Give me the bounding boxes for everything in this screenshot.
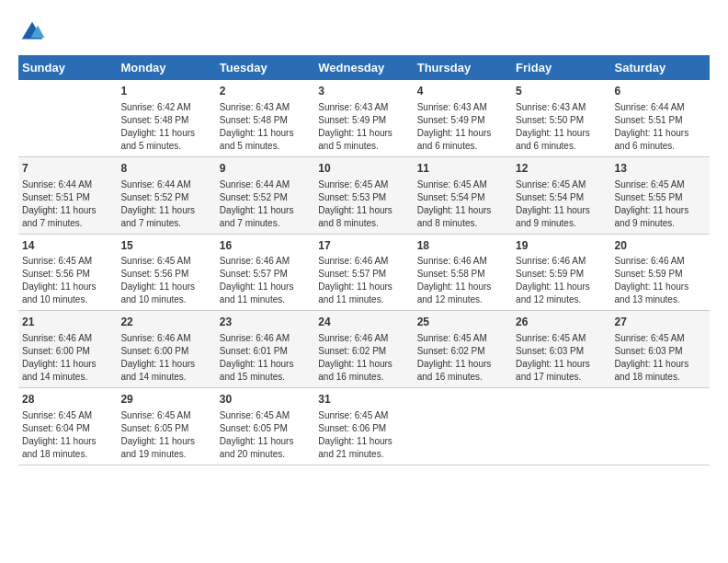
day-number: 26	[516, 315, 607, 330]
day-number: 22	[120, 315, 211, 330]
week-row-2: 7Sunrise: 6:44 AMSunset: 5:51 PMDaylight…	[18, 156, 710, 234]
cell-line: Sunset: 5:49 PM	[417, 114, 508, 127]
cell-line: and 14 minutes.	[22, 371, 113, 384]
cell-line: Sunset: 6:04 PM	[22, 422, 113, 435]
cell-line: and 20 minutes.	[220, 448, 311, 461]
cell-w5-d2: 29Sunrise: 6:45 AMSunset: 6:05 PMDayligh…	[117, 388, 215, 465]
cell-w4-d5: 25Sunrise: 6:45 AMSunset: 6:02 PMDayligh…	[414, 311, 512, 388]
cell-line: Sunset: 5:48 PM	[220, 114, 311, 127]
col-header-saturday: Saturday	[611, 55, 710, 80]
cell-line: Sunset: 5:52 PM	[220, 191, 311, 204]
cell-w4-d1: 21Sunrise: 6:46 AMSunset: 6:00 PMDayligh…	[18, 311, 117, 388]
cell-line: Sunset: 5:49 PM	[318, 114, 409, 127]
day-number: 29	[120, 392, 211, 408]
cell-line: Sunset: 5:51 PM	[22, 191, 113, 204]
cell-line: Sunset: 5:57 PM	[220, 268, 311, 281]
cell-line: and 16 minutes.	[417, 371, 508, 384]
cell-line: Daylight: 11 hours	[318, 127, 409, 140]
cell-line: and 8 minutes.	[417, 217, 508, 230]
cell-line: Sunset: 5:56 PM	[120, 268, 211, 281]
cell-line: Sunrise: 6:45 AM	[22, 255, 113, 268]
cell-line: Sunrise: 6:46 AM	[120, 332, 211, 345]
day-number: 3	[318, 84, 409, 99]
cell-line: Sunrise: 6:45 AM	[615, 332, 706, 345]
cell-line: Sunset: 6:03 PM	[516, 345, 607, 358]
cell-line: and 10 minutes.	[120, 293, 211, 306]
cell-line: Sunrise: 6:42 AM	[120, 101, 211, 114]
cell-line: Sunrise: 6:45 AM	[417, 332, 508, 345]
cell-w2-d4: 10Sunrise: 6:45 AMSunset: 5:53 PMDayligh…	[314, 156, 413, 234]
cell-line: Daylight: 11 hours	[220, 435, 311, 448]
cell-line: Daylight: 11 hours	[120, 127, 211, 140]
cell-line: and 21 minutes.	[318, 448, 409, 461]
cell-line: Sunset: 6:06 PM	[318, 422, 409, 435]
day-number: 25	[417, 315, 508, 330]
cell-line: Daylight: 11 hours	[318, 358, 409, 371]
cell-line: and 5 minutes.	[318, 140, 409, 153]
cell-w1-d3: 2Sunrise: 6:43 AMSunset: 5:48 PMDaylight…	[216, 80, 314, 156]
day-number: 28	[22, 392, 113, 408]
day-number: 6	[615, 84, 706, 99]
day-number: 10	[318, 161, 409, 177]
cell-w3-d1: 14Sunrise: 6:45 AMSunset: 5:56 PMDayligh…	[18, 234, 117, 311]
cell-line: Daylight: 11 hours	[22, 358, 113, 371]
cell-w5-d4: 31Sunrise: 6:45 AMSunset: 6:06 PMDayligh…	[314, 388, 413, 465]
day-number: 27	[615, 315, 706, 330]
cell-w1-d2: 1Sunrise: 6:42 AMSunset: 5:48 PMDaylight…	[117, 80, 215, 156]
cell-line: Sunrise: 6:43 AM	[220, 101, 311, 114]
cell-line: Sunrise: 6:43 AM	[318, 101, 409, 114]
cell-line: Sunrise: 6:46 AM	[318, 255, 409, 268]
week-row-4: 21Sunrise: 6:46 AMSunset: 6:00 PMDayligh…	[18, 311, 710, 388]
cell-line: Sunrise: 6:45 AM	[120, 255, 211, 268]
page-header	[18, 18, 710, 46]
logo-icon	[18, 18, 46, 46]
day-number: 13	[615, 161, 706, 177]
cell-line: Sunrise: 6:45 AM	[516, 178, 607, 191]
cell-line: Daylight: 11 hours	[417, 281, 508, 293]
cell-w2-d2: 8Sunrise: 6:44 AMSunset: 5:52 PMDaylight…	[117, 156, 215, 234]
day-number: 23	[220, 315, 311, 330]
cell-line: Daylight: 11 hours	[615, 281, 706, 293]
cell-line: Daylight: 11 hours	[615, 127, 706, 140]
cell-w3-d3: 16Sunrise: 6:46 AMSunset: 5:57 PMDayligh…	[216, 234, 314, 311]
day-number: 15	[120, 238, 211, 254]
cell-line: Sunrise: 6:43 AM	[417, 101, 508, 114]
cell-line: Daylight: 11 hours	[318, 281, 409, 293]
cell-line: Sunrise: 6:45 AM	[615, 178, 706, 191]
cell-line: Sunset: 5:59 PM	[615, 268, 706, 281]
cell-w2-d5: 11Sunrise: 6:45 AMSunset: 5:54 PMDayligh…	[414, 156, 512, 234]
day-number: 30	[220, 392, 311, 408]
cell-line: and 5 minutes.	[220, 140, 311, 153]
col-header-sunday: Sunday	[18, 55, 117, 80]
day-number: 16	[220, 238, 311, 254]
cell-w1-d7: 6Sunrise: 6:44 AMSunset: 5:51 PMDaylight…	[611, 80, 710, 156]
cell-line: and 19 minutes.	[120, 448, 211, 461]
cell-line: Daylight: 11 hours	[417, 358, 508, 371]
cell-line: Daylight: 11 hours	[516, 281, 607, 293]
cell-line: Sunrise: 6:46 AM	[220, 332, 311, 345]
day-number: 5	[516, 84, 607, 99]
cell-w2-d7: 13Sunrise: 6:45 AMSunset: 5:55 PMDayligh…	[611, 156, 710, 234]
cell-w3-d6: 19Sunrise: 6:46 AMSunset: 5:59 PMDayligh…	[512, 234, 610, 311]
day-number: 20	[615, 238, 706, 254]
day-number: 2	[220, 84, 311, 99]
cell-line: Sunset: 5:51 PM	[615, 114, 706, 127]
cell-w4-d2: 22Sunrise: 6:46 AMSunset: 6:00 PMDayligh…	[117, 311, 215, 388]
cell-w3-d2: 15Sunrise: 6:45 AMSunset: 5:56 PMDayligh…	[117, 234, 215, 311]
cell-line: Sunrise: 6:46 AM	[220, 255, 311, 268]
cell-w4-d4: 24Sunrise: 6:46 AMSunset: 6:02 PMDayligh…	[314, 311, 413, 388]
cell-line: Sunset: 5:53 PM	[318, 191, 409, 204]
cell-line: and 7 minutes.	[220, 217, 311, 230]
cell-line: and 12 minutes.	[516, 293, 607, 306]
col-header-thursday: Thursday	[414, 55, 512, 80]
cell-line: and 6 minutes.	[417, 140, 508, 153]
col-header-wednesday: Wednesday	[314, 55, 413, 80]
cell-line: Sunrise: 6:43 AM	[516, 101, 607, 114]
day-number: 7	[22, 161, 113, 177]
cell-w1-d5: 4Sunrise: 6:43 AMSunset: 5:49 PMDaylight…	[414, 80, 512, 156]
cell-w1-d1	[18, 80, 117, 156]
cell-line: Daylight: 11 hours	[22, 281, 113, 293]
cell-line: Daylight: 11 hours	[220, 358, 311, 371]
cell-line: Daylight: 11 hours	[22, 435, 113, 448]
cell-line: Sunset: 6:02 PM	[318, 345, 409, 358]
